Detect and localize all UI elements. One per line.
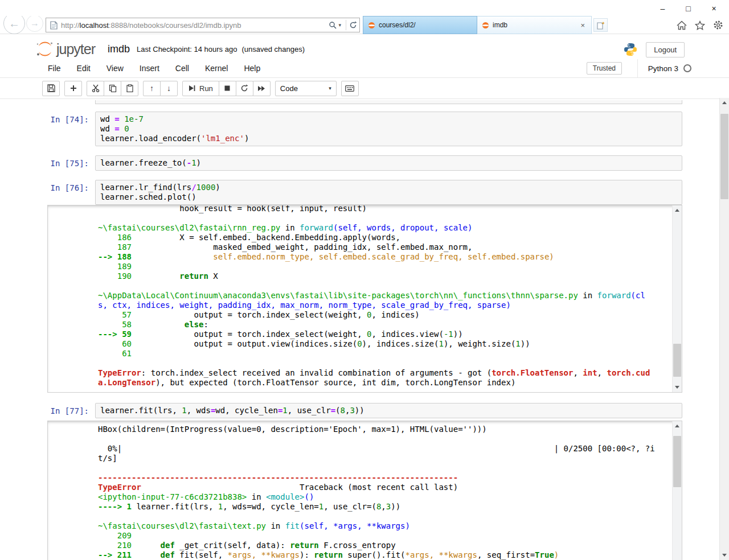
traceback-line [98, 359, 677, 368]
arrow-up-icon: ↑ [150, 84, 154, 93]
code-cell-75: In [75]: learner.freeze_to(-1) [47, 155, 682, 171]
traceback-line: HBox(children=(IntProgress(value=0, desc… [98, 425, 677, 434]
traceback-line: 186 X = self.embed._backend.Embedding.ap… [98, 233, 677, 242]
browser-navbar: ← → http://localhost:8888/notebooks/cour… [0, 16, 729, 34]
menu-insert[interactable]: Insert [140, 64, 159, 73]
scroll-up-arrow-icon[interactable] [720, 98, 729, 108]
traceback-line: 210 def _get_crit(self, data): return F.… [98, 541, 677, 550]
scroll-up-arrow-icon[interactable] [673, 421, 682, 431]
scrollbar-thumb[interactable] [673, 436, 681, 487]
run-cell-button[interactable]: Run [182, 81, 219, 96]
output-area-77: HBox(children=(IntProgress(value=0, desc… [47, 421, 682, 560]
tab-close-icon[interactable]: × [579, 21, 587, 30]
clipboard-icon [126, 84, 134, 92]
select-caret-icon: ▾ [329, 85, 331, 91]
traceback-line: ~\fastai\courses\dl2\fastai\text.py in f… [98, 521, 677, 531]
refresh-icon[interactable] [349, 21, 357, 29]
paste-cell-button[interactable] [121, 81, 138, 96]
menu-edit[interactable]: Edit [77, 64, 91, 73]
address-bar[interactable]: http://localhost:8888/notebooks/courses/… [46, 18, 360, 32]
traceback-line: a.LongTensor), but expected (torch.Float… [98, 378, 677, 388]
traceback-line: 58 else: [98, 320, 677, 330]
insert-cell-button[interactable] [64, 81, 82, 96]
menu-kernel[interactable]: Kernel [205, 64, 228, 73]
restart-icon [240, 84, 248, 92]
traceback-line: 57 output = torch.index_select(weight, 0… [98, 310, 677, 320]
page-scrollbar[interactable] [719, 98, 729, 560]
traceback-line: 190 return X [98, 271, 677, 281]
code-line: learner.fit(lrs, 1, wds=wd, cycle_len=1,… [100, 406, 677, 415]
save-button[interactable] [42, 81, 60, 96]
minimize-button[interactable]: – [650, 2, 675, 15]
scissors-icon [92, 84, 100, 92]
keyboard-icon [345, 85, 354, 92]
notebook-title[interactable]: imdb [108, 43, 130, 55]
tab-imdb[interactable]: imdb × [477, 16, 592, 34]
url-text[interactable]: http://localhost:8888/notebooks/courses/… [61, 21, 329, 30]
move-cell-up-button[interactable]: ↑ [143, 81, 161, 96]
traceback-output: HBox(children=(IntProgress(value=0, desc… [48, 421, 682, 560]
traceback-line: 209 [98, 531, 677, 541]
new-tab-button[interactable] [593, 18, 608, 32]
code-editor[interactable]: wd = 1e-7wd = 0learner.load_encoder('lm1… [95, 112, 682, 146]
menu-cell[interactable]: Cell [175, 64, 189, 73]
output-scrollbar[interactable] [672, 421, 682, 560]
settings-gear-icon[interactable] [713, 20, 723, 30]
scroll-down-arrow-icon[interactable] [673, 382, 682, 392]
code-editor[interactable]: learner.freeze_to(-1) [95, 155, 682, 171]
tab-label: courses/dl2/ [379, 21, 416, 29]
jupyter-page: jupyter imdb Last Checkpoint: 14 hours a… [0, 34, 729, 560]
scroll-down-arrow-icon[interactable] [720, 550, 729, 560]
tab-courses-dl2[interactable]: courses/dl2/ [363, 16, 477, 34]
move-cell-down-button[interactable]: ↓ [160, 81, 178, 96]
scrollbar-thumb[interactable] [720, 114, 728, 199]
output-scrollbar[interactable] [672, 205, 682, 392]
code-line: learner.sched.plot() [100, 192, 677, 202]
cell-type-value: Code [280, 84, 298, 93]
input-prompt: In [77]: [47, 403, 95, 418]
traceback-line: TypeError Traceback (most recent call la… [98, 483, 677, 492]
menu-view[interactable]: View [107, 64, 124, 73]
back-icon: ← [9, 17, 20, 30]
traceback-line: 187 masked_embed_weight, padding_idx, se… [98, 242, 677, 252]
logout-button[interactable]: Logout [646, 42, 685, 57]
cell-type-select[interactable]: Code ▾ [275, 81, 337, 96]
restart-run-all-button[interactable] [253, 81, 271, 96]
search-icon[interactable] [329, 21, 337, 29]
trusted-badge[interactable]: Trusted [587, 62, 622, 75]
checkpoint-status: Last Checkpoint: 14 hours ago [137, 45, 237, 53]
interrupt-kernel-button[interactable] [219, 81, 236, 96]
maximize-button[interactable]: □ [675, 2, 701, 15]
toolbar: ↑ ↓ Run Code ▾ [0, 78, 729, 99]
search-dropdown-caret-icon[interactable]: ▾ [338, 22, 341, 28]
code-editor[interactable]: learner.fit(lrs, 1, wds=wd, cycle_len=1,… [95, 403, 682, 418]
command-palette-button[interactable] [341, 81, 359, 96]
code-cell-74: In [74]: wd = 1e-7wd = 0learner.load_enc… [47, 112, 682, 146]
copy-cell-button[interactable] [104, 81, 121, 96]
restart-kernel-button[interactable] [236, 81, 253, 96]
traceback-line: ~\fastai\courses\dl2\fastai\rnn_reg.py i… [98, 223, 677, 233]
home-icon[interactable] [677, 20, 687, 30]
output-area-76: hook_result = hook(self, input, result) … [47, 205, 682, 393]
scroll-up-arrow-icon[interactable] [673, 205, 682, 215]
partial-previous-cell [95, 100, 682, 104]
menu-help[interactable]: Help [244, 64, 260, 73]
traceback-output: hook_result = hook(self, input, result) … [48, 205, 682, 391]
traceback-line: --> 211 def fit(self, *args, **kwargs): … [98, 550, 677, 560]
traceback-line [98, 434, 677, 444]
cut-cell-button[interactable] [87, 81, 104, 96]
code-line: wd = 0 [100, 124, 677, 134]
window-controls: – □ × [650, 2, 727, 15]
output-scroll-box[interactable]: HBox(children=(IntProgress(value=0, desc… [47, 421, 682, 560]
output-scroll-box[interactable]: hook_result = hook(self, input, result) … [47, 205, 682, 393]
jupyter-logo[interactable]: jupyter [35, 40, 95, 57]
run-label: Run [199, 84, 213, 93]
scrollbar-thumb[interactable] [673, 344, 681, 377]
favorites-star-icon[interactable] [695, 20, 705, 30]
menu-file[interactable]: File [48, 64, 61, 73]
forward-button[interactable]: → [26, 15, 43, 32]
code-editor[interactable]: learner.lr_find(lrs/1000)learner.sched.p… [95, 180, 682, 205]
close-button[interactable]: × [701, 2, 727, 15]
jupyter-favicon [368, 22, 375, 29]
traceback-line: hook_result = hook(self, input, result) [98, 205, 677, 213]
